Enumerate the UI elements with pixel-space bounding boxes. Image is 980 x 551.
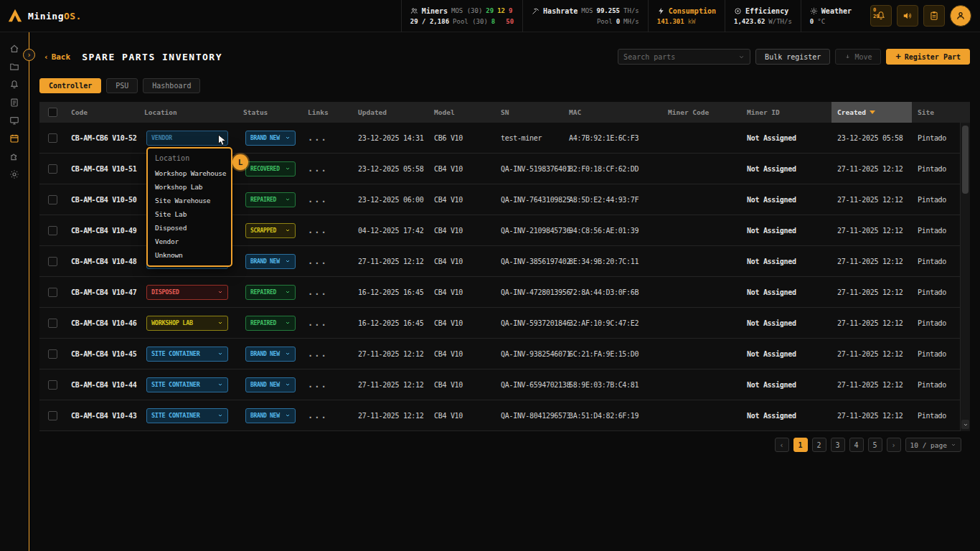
- row-links-button[interactable]: ...: [302, 410, 352, 420]
- row-checkbox[interactable]: [48, 133, 57, 143]
- column-header-updated[interactable]: Updated: [352, 102, 428, 123]
- status-select[interactable]: RECOVERED: [245, 161, 296, 176]
- row-links-button[interactable]: ...: [302, 225, 352, 235]
- tab-psu[interactable]: PSU: [106, 78, 138, 93]
- column-header-miner-code[interactable]: Miner Code: [662, 102, 741, 123]
- location-select[interactable]: SITE CONTAINER: [146, 347, 228, 362]
- status-select[interactable]: BRAND NEW: [245, 131, 296, 146]
- status-select[interactable]: BRAND NEW: [245, 254, 296, 269]
- account-button[interactable]: [950, 5, 971, 27]
- cell-created: 27-11-2025 12:12: [831, 258, 912, 265]
- search-parts-combobox[interactable]: [618, 49, 750, 65]
- sidebar-item-settings[interactable]: [5, 167, 24, 182]
- row-checkbox[interactable]: [48, 195, 57, 204]
- notifications-button[interactable]: 029: [870, 5, 892, 27]
- tab-hashboard[interactable]: Hashboard: [143, 78, 200, 93]
- row-checkbox[interactable]: [48, 319, 57, 328]
- move-button[interactable]: Move: [835, 49, 881, 65]
- select-all-checkbox[interactable]: [48, 108, 57, 117]
- row-links-button[interactable]: ...: [302, 349, 352, 359]
- sidebar-item-home[interactable]: [5, 42, 24, 56]
- row-links-button[interactable]: ...: [302, 287, 352, 297]
- speaker-icon: [903, 11, 913, 21]
- sidebar-item-parts[interactable]: [5, 149, 24, 164]
- column-header-mac[interactable]: MAC: [563, 102, 662, 123]
- status-select[interactable]: SCRAPPED: [245, 223, 296, 238]
- table-row[interactable]: CB-AM-CB4_V10-47 DISPOSED REPAIRED ... 1…: [39, 277, 960, 308]
- row-links-button[interactable]: ...: [302, 133, 352, 143]
- dropdown-option[interactable]: Site Warehouse: [148, 194, 231, 207]
- dropdown-option[interactable]: Disposed: [148, 221, 231, 235]
- prev-page-button[interactable]: ‹: [775, 438, 789, 452]
- back-button[interactable]: ‹ Back: [44, 52, 70, 62]
- column-header-model[interactable]: Model: [428, 102, 495, 123]
- location-select[interactable]: SITE CONTAINER: [146, 408, 228, 423]
- row-checkbox[interactable]: [48, 288, 57, 297]
- scrollbar-down-button[interactable]: [961, 420, 969, 429]
- page-button-2[interactable]: 2: [812, 438, 826, 452]
- sidebar-item-notifications[interactable]: [5, 77, 24, 92]
- dropdown-option[interactable]: Workshop Lab: [148, 180, 231, 194]
- search-input[interactable]: [623, 53, 738, 61]
- dropdown-option[interactable]: Workshop Warehouse: [148, 166, 231, 180]
- row-checkbox[interactable]: [48, 257, 57, 266]
- page-size-select[interactable]: 10 / page: [905, 438, 961, 452]
- table-row[interactable]: CB-AM-CB4_V10-43 SITE CONTAINER BRAND NE…: [39, 400, 960, 431]
- tab-controller[interactable]: Controller: [39, 78, 101, 93]
- topbar: MiningOS. Miners MOS (30) 29 12 9 29 / 2…: [0, 0, 980, 32]
- sidebar-item-calendar[interactable]: [5, 131, 24, 146]
- page-button-1[interactable]: 1: [793, 438, 808, 452]
- column-header-created[interactable]: Created: [831, 102, 912, 123]
- location-select[interactable]: SITE CONTAINER: [146, 377, 228, 392]
- column-header-site[interactable]: Site: [912, 102, 950, 123]
- sound-button[interactable]: [897, 5, 918, 27]
- dropdown-option[interactable]: Unknown: [148, 248, 231, 262]
- column-header-status[interactable]: Status: [237, 102, 302, 123]
- annotation-marker-L: L: [232, 154, 248, 170]
- table-scrollbar[interactable]: [960, 123, 970, 431]
- row-links-button[interactable]: ...: [302, 256, 352, 266]
- status-select[interactable]: BRAND NEW: [245, 347, 296, 362]
- row-links-button[interactable]: ...: [302, 164, 352, 174]
- tasks-button[interactable]: [923, 5, 945, 27]
- status-select[interactable]: BRAND NEW: [245, 377, 296, 392]
- status-select-label: BRAND NEW: [250, 351, 280, 357]
- sidebar-expand-button[interactable]: ›: [23, 49, 35, 61]
- dropdown-option[interactable]: Site Lab: [148, 207, 231, 221]
- row-checkbox[interactable]: [48, 164, 57, 174]
- status-select[interactable]: REPAIRED: [245, 192, 296, 207]
- table-row[interactable]: CB-AM-CB4_V10-46 WORKSHOP LAB REPAIRED .…: [39, 308, 960, 339]
- row-checkbox[interactable]: [48, 349, 57, 359]
- next-page-button[interactable]: ›: [887, 438, 901, 452]
- row-links-button[interactable]: ...: [302, 380, 352, 390]
- column-header-code[interactable]: Code: [65, 102, 138, 123]
- status-select[interactable]: REPAIRED: [245, 285, 296, 300]
- bulk-register-button[interactable]: Bulk register: [755, 49, 830, 65]
- location-select[interactable]: WORKSHOP LAB: [146, 316, 228, 331]
- page-button-4[interactable]: 4: [849, 438, 864, 452]
- table-row[interactable]: CB-AM-CB4_V10-45 SITE CONTAINER BRAND NE…: [39, 339, 960, 369]
- row-links-button[interactable]: ...: [302, 194, 352, 204]
- status-select[interactable]: BRAND NEW: [245, 408, 296, 423]
- column-header-location[interactable]: Location: [138, 102, 237, 123]
- column-header-sn[interactable]: SN: [495, 102, 563, 123]
- sidebar-item-documents[interactable]: [5, 95, 24, 110]
- sidebar-item-folders[interactable]: [5, 60, 24, 74]
- scrollbar-thumb[interactable]: [962, 126, 969, 194]
- row-checkbox[interactable]: [48, 380, 57, 390]
- page-button-3[interactable]: 3: [831, 438, 845, 452]
- column-header-miner-id[interactable]: Miner ID: [741, 102, 831, 123]
- sidebar-item-monitoring[interactable]: [5, 113, 24, 128]
- cell-site: Pintado: [912, 381, 960, 389]
- row-checkbox[interactable]: [48, 411, 57, 420]
- row-checkbox[interactable]: [48, 226, 57, 235]
- column-header-links[interactable]: Links: [302, 102, 352, 123]
- row-links-button[interactable]: ...: [302, 318, 352, 328]
- register-part-button[interactable]: + Register Part: [886, 49, 970, 65]
- status-select[interactable]: REPAIRED: [245, 316, 296, 331]
- dropdown-option[interactable]: Vendor: [148, 235, 231, 248]
- location-select[interactable]: VENDOR: [146, 131, 228, 146]
- page-button-5[interactable]: 5: [868, 438, 882, 452]
- table-row[interactable]: CB-AM-CB4_V10-44 SITE CONTAINER BRAND NE…: [39, 369, 960, 400]
- location-select[interactable]: DISPOSED: [146, 285, 228, 300]
